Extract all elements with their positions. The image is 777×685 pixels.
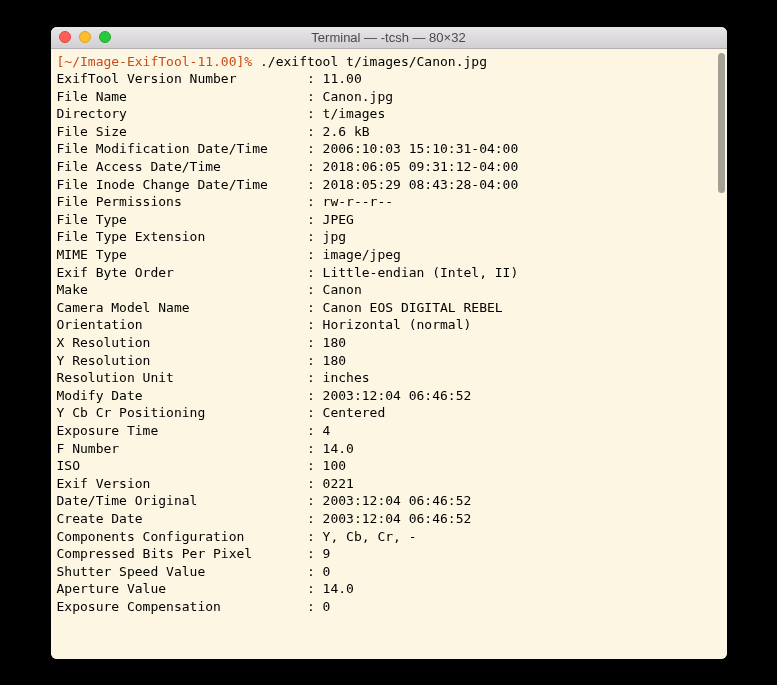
output-key: Resolution Unit [57,370,307,385]
output-key: File Type Extension [57,229,307,244]
output-rows: ExifTool Version Number : 11.00File Name… [57,70,721,615]
output-row: Exif Byte Order : Little-endian (Intel, … [57,264,721,282]
separator: : [307,141,323,156]
output-row: Exposure Time : 4 [57,422,721,440]
output-row: Compressed Bits Per Pixel : 9 [57,545,721,563]
output-key: File Modification Date/Time [57,141,307,156]
separator: : [307,458,323,473]
output-value: 2003:12:04 06:46:52 [323,388,472,403]
output-key: MIME Type [57,247,307,262]
output-value: jpg [323,229,346,244]
output-row: File Access Date/Time : 2018:06:05 09:31… [57,158,721,176]
scrollbar[interactable] [718,53,725,193]
output-row: File Inode Change Date/Time : 2018:05:29… [57,176,721,194]
output-value: 2018:06:05 09:31:12-04:00 [323,159,519,174]
output-key: ISO [57,458,307,473]
output-value: 11.00 [323,71,362,86]
separator: : [307,441,323,456]
separator: : [307,317,323,332]
output-value: 2003:12:04 06:46:52 [323,511,472,526]
titlebar[interactable]: Terminal — -tcsh — 80×32 [51,27,727,49]
output-row: Y Resolution : 180 [57,352,721,370]
output-row: File Permissions : rw-r--r-- [57,193,721,211]
maximize-icon[interactable] [99,31,111,43]
output-key: File Inode Change Date/Time [57,177,307,192]
output-row: File Type Extension : jpg [57,228,721,246]
minimize-icon[interactable] [79,31,91,43]
output-row: Make : Canon [57,281,721,299]
output-row: Directory : t/images [57,105,721,123]
output-key: X Resolution [57,335,307,350]
separator: : [307,247,323,262]
output-key: Exposure Time [57,423,307,438]
output-key: Components Configuration [57,529,307,544]
separator: : [307,282,323,297]
output-row: Shutter Speed Value : 0 [57,563,721,581]
output-value: 180 [323,353,346,368]
output-row: Orientation : Horizontal (normal) [57,316,721,334]
output-row: Date/Time Original : 2003:12:04 06:46:52 [57,492,721,510]
output-key: File Size [57,124,307,139]
output-value: Canon [323,282,362,297]
output-row: File Type : JPEG [57,211,721,229]
output-key: File Access Date/Time [57,159,307,174]
output-row: Components Configuration : Y, Cb, Cr, - [57,528,721,546]
output-row: ExifTool Version Number : 11.00 [57,70,721,88]
output-key: Aperture Value [57,581,307,596]
output-key: Exposure Compensation [57,599,307,614]
output-row: MIME Type : image/jpeg [57,246,721,264]
separator: : [307,511,323,526]
output-key: File Permissions [57,194,307,209]
separator: : [307,159,323,174]
output-value: Y, Cb, Cr, - [323,529,417,544]
output-row: F Number : 14.0 [57,440,721,458]
separator: : [307,388,323,403]
output-value: 0 [323,564,331,579]
output-value: rw-r--r-- [323,194,393,209]
separator: : [307,265,323,280]
output-value: Horizontal (normal) [323,317,472,332]
output-row: ISO : 100 [57,457,721,475]
output-key: Orientation [57,317,307,332]
separator: : [307,71,323,86]
separator: : [307,599,323,614]
output-row: Modify Date : 2003:12:04 06:46:52 [57,387,721,405]
separator: : [307,581,323,596]
separator: : [307,493,323,508]
output-value: Little-endian (Intel, II) [323,265,519,280]
separator: : [307,89,323,104]
separator: : [307,423,323,438]
output-row: Camera Model Name : Canon EOS DIGITAL RE… [57,299,721,317]
output-key: Make [57,282,307,297]
output-row: Create Date : 2003:12:04 06:46:52 [57,510,721,528]
separator: : [307,194,323,209]
output-value: JPEG [323,212,354,227]
separator: : [307,106,323,121]
output-key: Y Resolution [57,353,307,368]
output-value: t/images [323,106,386,121]
output-value: 2003:12:04 06:46:52 [323,493,472,508]
output-value: 9 [323,546,331,561]
output-value: Canon.jpg [323,89,393,104]
output-value: 14.0 [323,581,354,596]
output-key: Compressed Bits Per Pixel [57,546,307,561]
separator: : [307,124,323,139]
output-key: Camera Model Name [57,300,307,315]
output-value: 2006:10:03 15:10:31-04:00 [323,141,519,156]
output-value: 100 [323,458,346,473]
output-value: Centered [323,405,386,420]
output-key: ExifTool Version Number [57,71,307,86]
output-value: 0 [323,599,331,614]
close-icon[interactable] [59,31,71,43]
separator: : [307,529,323,544]
window-title: Terminal — -tcsh — 80×32 [51,30,727,45]
output-value: 14.0 [323,441,354,456]
traffic-lights [51,31,111,43]
output-key: Y Cb Cr Positioning [57,405,307,420]
output-value: image/jpeg [323,247,401,262]
output-row: Aperture Value : 14.0 [57,580,721,598]
separator: : [307,564,323,579]
output-key: Exif Version [57,476,307,491]
separator: : [307,546,323,561]
terminal-body[interactable]: [~/Image-ExifTool-11.00]% ./exiftool t/i… [51,49,727,659]
